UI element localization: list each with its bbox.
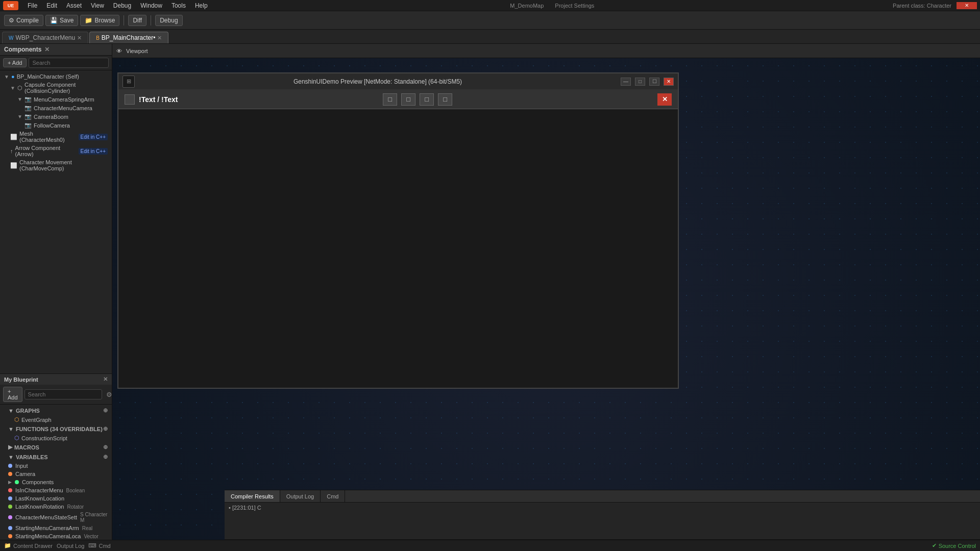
bottom-tabs: Compiler Results Output Log Cmd	[225, 490, 980, 503]
save-button[interactable]: 💾 Save	[45, 15, 78, 26]
menu-debug[interactable]: Debug	[109, 1, 135, 10]
menu-tools[interactable]: Tools	[167, 1, 190, 10]
tab-wbp-charactermenu[interactable]: W WBP_CharacterMenu ✕	[2, 32, 88, 43]
my-blueprint-controls: ✕	[103, 376, 108, 383]
event-graph-label: EventGraph	[21, 417, 52, 423]
tree-capsule[interactable]: ▼ ⬡ Capsule Component (CollisionCylinder…	[0, 81, 112, 95]
macros-section-header[interactable]: ▶ MACROS ⊕	[0, 442, 112, 452]
var-label-7: StartingMenuCameraArm	[15, 525, 79, 531]
tree-badge-arrow: Edit in C++	[79, 148, 108, 155]
var-item-0[interactable]: Input	[0, 462, 112, 470]
menu-edit[interactable]: Edit	[42, 1, 61, 10]
menu-file[interactable]: File	[23, 1, 41, 10]
close-btn-top[interactable]: ✕	[957, 2, 977, 9]
var-item-1[interactable]: Camera	[0, 470, 112, 478]
ui-btn-4[interactable]: □	[438, 93, 452, 106]
construction-script-item[interactable]: ⬡ ConstructionScript	[0, 434, 112, 442]
graphs-add[interactable]: ⊕	[103, 407, 108, 414]
browse-button[interactable]: 📁 Browse	[80, 15, 119, 26]
var-item-6[interactable]: CharacterMenuStateSettS Character M	[0, 511, 112, 524]
preview-restore-btn[interactable]: ☐	[649, 78, 659, 86]
tree-bp-maincharacter[interactable]: ▼ ● BP_MainCharacter (Self)	[0, 72, 112, 81]
bp-settings-icon[interactable]: ⚙	[106, 391, 112, 398]
var-item-2[interactable]: ▶Components	[0, 478, 112, 486]
cmd-status-label: Cmd	[99, 543, 110, 549]
tree-mesh[interactable]: ⬜ Mesh (CharacterMesh0) Edit in C++	[0, 130, 112, 144]
bp-search[interactable]	[24, 389, 102, 399]
tab-bp-label: BP_MainCharacter•	[102, 34, 156, 41]
graphs-section-header[interactable]: ▼ GRAPHS ⊕	[0, 406, 112, 415]
diff-button[interactable]: Diff	[128, 15, 146, 26]
save-icon: 💾	[50, 17, 58, 24]
tab-wbp-label: WBP_CharacterMenu	[15, 34, 75, 41]
var-item-7[interactable]: StartingMenuCameraArmReal	[0, 524, 112, 532]
ui-close-btn[interactable]: ✕	[657, 93, 672, 106]
tab-bp-maincharacter[interactable]: B BP_MainCharacter• ✕	[89, 32, 168, 43]
tree-char-movement[interactable]: ⬜ Character Movement (CharMoveComp)	[0, 158, 112, 172]
source-control-btn[interactable]: ✔ Source Control	[932, 542, 976, 549]
components-add-button[interactable]: + Add	[3, 58, 27, 67]
tree-icon-boom: 📷	[24, 113, 32, 120]
tab-wbp-close[interactable]: ✕	[77, 35, 82, 41]
var-label-8: StartingMenuCameraLoca	[15, 533, 81, 539]
tree-follow-camera[interactable]: 📷 FollowCamera	[0, 121, 112, 130]
project-settings-link[interactable]: Project Settings	[555, 3, 594, 9]
preview-minimize-btn[interactable]: —	[621, 78, 631, 86]
var-item-8[interactable]: StartingMenuCameraLocaVector	[0, 532, 112, 540]
var-item-3[interactable]: IsInCharacterMenuBoolean	[0, 486, 112, 494]
functions-add[interactable]: ⊕	[103, 425, 108, 432]
components-search[interactable]	[29, 58, 109, 68]
macros-add[interactable]: ⊕	[103, 444, 108, 450]
cmd-status-btn[interactable]: ⌨ Cmd	[88, 542, 110, 549]
graphs-title: GRAPHS	[16, 408, 40, 414]
preview-close-btn[interactable]: ✕	[664, 78, 674, 86]
compile-button[interactable]: ⚙ Compile	[4, 15, 43, 26]
cmd-label: Cmd	[327, 493, 338, 499]
menu-asset[interactable]: Asset	[62, 1, 86, 10]
tree-badge-mesh: Edit in C++	[79, 134, 108, 140]
graphs-arrow: ▼	[8, 408, 14, 414]
variables-list: InputCamera▶ComponentsIsInCharacterMenuB…	[0, 462, 112, 540]
tree-character-menu-camera[interactable]: 📷 CharacterMenuCamera	[0, 104, 112, 112]
tab-compiler-results[interactable]: Compiler Results	[225, 490, 280, 502]
ui-btn-2[interactable]: □	[401, 93, 415, 106]
bp-close-btn[interactable]: ✕	[103, 376, 108, 383]
tab-cmd[interactable]: Cmd	[321, 490, 345, 502]
menu-help[interactable]: Help	[191, 1, 212, 10]
components-close[interactable]: ✕	[44, 46, 50, 53]
tree-icon-mesh: ⬜	[10, 134, 17, 140]
tab-bp-close[interactable]: ✕	[157, 35, 162, 41]
output-log-btn[interactable]: Output Log	[57, 543, 84, 549]
bp-content: ▼ GRAPHS ⊕ ⬡ EventGraph ▼ FUNCTIONS (34 …	[0, 405, 112, 551]
preview-maximize-btn[interactable]: □	[635, 78, 645, 86]
content-drawer-icon: 📁	[4, 542, 11, 549]
bp-add-button[interactable]: + Add	[3, 387, 22, 402]
tree-arrow-comp[interactable]: ↑ Arrow Component (Arrow) Edit in C++	[0, 144, 112, 158]
menu-window[interactable]: Window	[136, 1, 166, 10]
content-drawer-btn[interactable]: 📁 Content Drawer	[4, 542, 53, 549]
ui-btn-1[interactable]: □	[383, 93, 397, 106]
tab-output-log[interactable]: Output Log	[280, 490, 321, 502]
var-type-6: S Character M	[80, 512, 108, 523]
preview-window[interactable]: ⊞ GenshinUIDemo Preview [NetMode: Standa…	[117, 72, 679, 389]
tree-icon-char-move: ⬜	[10, 162, 17, 169]
variables-add[interactable]: ⊕	[103, 454, 108, 460]
var-item-4[interactable]: LastKnownLocation	[0, 494, 112, 503]
functions-section-header[interactable]: ▼ FUNCTIONS (34 OVERRIDABLE) ⊕	[0, 424, 112, 434]
ui-btn-3[interactable]: □	[420, 93, 434, 106]
variables-title: VARIABLES	[16, 454, 48, 460]
debug-label: Debug	[160, 17, 178, 24]
var-type-3: Boolean	[66, 488, 85, 493]
var-item-5[interactable]: LastKnownRotationRotator	[0, 503, 112, 511]
debug-button[interactable]: Debug	[155, 15, 182, 26]
browse-icon: 📁	[85, 17, 92, 24]
my-blueprint-header[interactable]: My Blueprint ✕	[0, 374, 112, 385]
event-graph-item[interactable]: ⬡ EventGraph	[0, 415, 112, 424]
functions-arrow: ▼	[8, 426, 14, 432]
tree-menu-camera-spring[interactable]: ▼ 📷 MenuCameraSpringArm	[0, 95, 112, 104]
tree-arrow-capsule: ▼	[10, 85, 15, 91]
var-dot-7	[8, 526, 12, 530]
menu-view[interactable]: View	[87, 1, 108, 10]
variables-section-header[interactable]: ▼ VARIABLES ⊕	[0, 452, 112, 462]
tree-camera-boom[interactable]: ▼ 📷 CameraBoom	[0, 112, 112, 121]
